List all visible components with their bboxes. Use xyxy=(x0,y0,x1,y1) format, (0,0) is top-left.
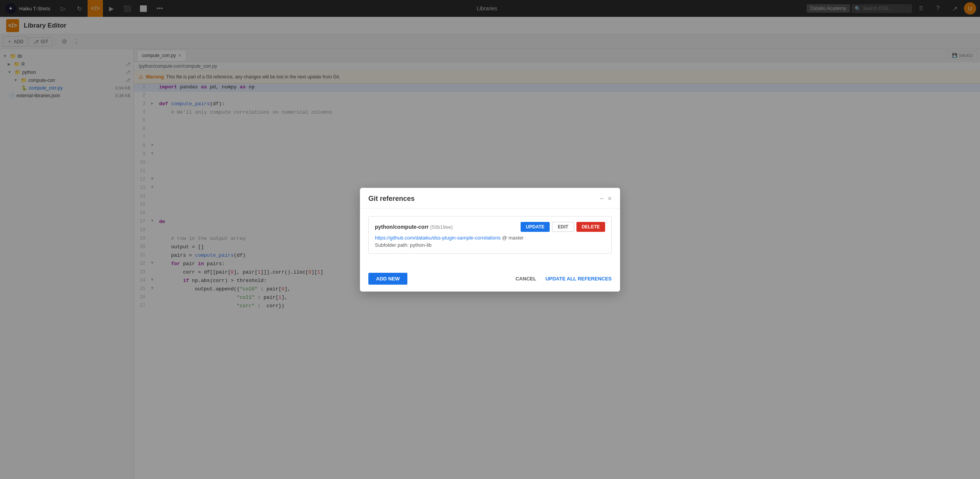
modal-body: python/compute-corr (50b19ee) UPDATE EDI… xyxy=(360,209,620,267)
cancel-btn[interactable]: CANCEL xyxy=(510,273,542,285)
modal-footer: ADD NEW CANCEL UPDATE ALL REFERENCES xyxy=(360,267,620,292)
modal-close-btn[interactable]: × xyxy=(607,195,612,203)
update-all-references-btn[interactable]: UPDATE ALL REFERENCES xyxy=(545,273,612,285)
modal-minimize-btn[interactable]: − xyxy=(600,195,604,203)
ref-name: python/compute-corr xyxy=(375,224,429,230)
modal-controls: − × xyxy=(600,195,612,203)
ref-url-line: https://github.com/dataiku/dss-plugin-sa… xyxy=(375,235,605,241)
ref-branch: @ master xyxy=(502,235,524,241)
edit-btn[interactable]: EDIT xyxy=(552,222,574,232)
footer-right: CANCEL UPDATE ALL REFERENCES xyxy=(510,273,612,285)
update-btn[interactable]: UPDATE xyxy=(521,222,550,232)
ref-card: python/compute-corr (50b19ee) UPDATE EDI… xyxy=(368,216,612,254)
ref-name-area: python/compute-corr (50b19ee) xyxy=(375,224,453,230)
ref-card-header: python/compute-corr (50b19ee) UPDATE EDI… xyxy=(375,222,605,232)
ref-hash: (50b19ee) xyxy=(430,224,453,230)
modal-title: Git references xyxy=(368,195,415,203)
add-new-btn[interactable]: ADD NEW xyxy=(368,273,407,285)
delete-btn[interactable]: DELETE xyxy=(576,222,605,232)
ref-url-link[interactable]: https://github.com/dataiku/dss-plugin-sa… xyxy=(375,235,501,241)
git-references-modal: Git references − × python/compute-corr (… xyxy=(360,188,620,292)
ref-buttons: UPDATE EDIT DELETE xyxy=(521,222,605,232)
modal-header: Git references − × xyxy=(360,188,620,209)
modal-overlay[interactable]: Git references − × python/compute-corr (… xyxy=(0,0,980,479)
ref-subfolder: Subfolder path: python-lib xyxy=(375,242,605,248)
